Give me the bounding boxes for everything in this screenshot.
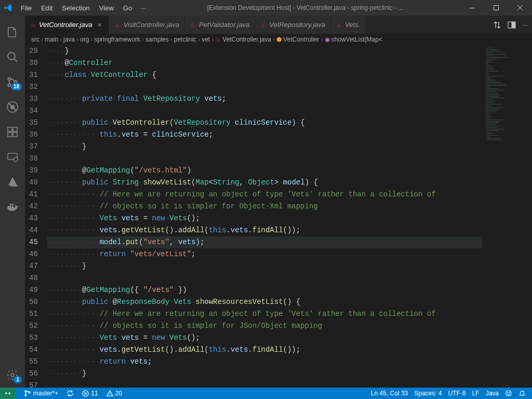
code-line[interactable]: ············// objects so it is simpler … bbox=[47, 320, 482, 332]
code-line[interactable]: ············// Here we are returning an … bbox=[47, 189, 482, 201]
menubar-overflow[interactable]: ··· bbox=[136, 2, 150, 14]
problems-errors[interactable]: 11 bbox=[80, 388, 100, 399]
code-line[interactable]: ············// Here we are returning an … bbox=[47, 308, 482, 320]
tab-close-icon[interactable]: × bbox=[95, 21, 103, 29]
code-line[interactable]: ········} bbox=[47, 260, 482, 272]
code-line[interactable] bbox=[47, 380, 482, 388]
tab-vets-[interactable]: ♨Vets. bbox=[331, 16, 366, 34]
menu-go[interactable]: Go bbox=[119, 2, 136, 14]
code-line[interactable]: ············vets.getVetList().addAll(thi… bbox=[47, 344, 482, 356]
code-line[interactable]: ········private·final·VetRepository·vets… bbox=[47, 93, 482, 105]
code-line[interactable]: ········@GetMapping({·"/vets"·}) bbox=[47, 284, 482, 296]
maximize-button[interactable] bbox=[484, 0, 508, 16]
code-line[interactable]: ····} bbox=[47, 45, 482, 57]
encoding[interactable]: UTF-8 bbox=[446, 388, 468, 399]
chevron-right-icon: › bbox=[41, 36, 43, 43]
code-line[interactable]: ········public·@ResponseBody·Vets·showRe… bbox=[47, 296, 482, 308]
code-line[interactable] bbox=[47, 153, 482, 165]
settings-gear-icon[interactable]: 1 bbox=[0, 363, 25, 388]
breadcrumb-item[interactable]: petclinic bbox=[174, 36, 196, 43]
language-mode[interactable]: Java bbox=[484, 388, 501, 399]
code-line[interactable]: ········} bbox=[47, 368, 482, 380]
code-line[interactable]: ············model.put("vets",·vets); bbox=[47, 236, 482, 248]
code-editor[interactable]: ····}····@Controller····class·VetControl… bbox=[47, 45, 482, 388]
chevron-right-icon: › bbox=[273, 36, 275, 43]
java-file-icon: ♨ bbox=[114, 21, 120, 29]
tab-petvalidator-java[interactable]: ♨PetValidator.java bbox=[185, 16, 255, 34]
vscode-logo-icon bbox=[4, 4, 17, 12]
tabs-actions: ··· bbox=[489, 16, 532, 34]
code-line[interactable]: ············Vets·vets = new·Vets(); bbox=[47, 212, 482, 224]
extensions-icon[interactable] bbox=[0, 119, 25, 144]
code-line[interactable]: ············return·vets; bbox=[47, 356, 482, 368]
breadcrumb-item[interactable]: vet bbox=[202, 36, 210, 43]
svg-rect-0 bbox=[470, 8, 475, 8]
debug-icon[interactable] bbox=[0, 95, 25, 119]
feedback-icon[interactable] bbox=[503, 388, 514, 399]
code-line[interactable]: ············// objects so it is simpler … bbox=[47, 201, 482, 212]
breadcrumb-item[interactable]: org bbox=[80, 36, 89, 43]
svg-rect-1 bbox=[494, 6, 499, 10]
breadcrumbs[interactable]: src›main›java›org›springframework›sample… bbox=[25, 34, 532, 45]
source-control-icon[interactable]: 18 bbox=[0, 70, 25, 95]
eol[interactable]: LF bbox=[470, 388, 482, 399]
svg-rect-21 bbox=[512, 22, 515, 28]
minimize-button[interactable] bbox=[460, 0, 484, 16]
tab-vetcontroller-java[interactable]: ♨VetController.java× bbox=[25, 16, 109, 34]
tab-vetrepository-java[interactable]: ♨VetRepository.java bbox=[255, 16, 331, 34]
code-line[interactable]: ····@Controller bbox=[47, 57, 482, 69]
compare-icon[interactable] bbox=[493, 21, 501, 29]
svg-point-27 bbox=[508, 392, 508, 393]
breadcrumb-item[interactable]: src bbox=[31, 36, 39, 43]
more-actions-icon[interactable]: ··· bbox=[522, 21, 528, 29]
indentation[interactable]: Spaces: 4 bbox=[412, 388, 444, 399]
svg-point-7 bbox=[10, 105, 15, 109]
minimap[interactable]: ▬▬▬▬▬▬▬ ▬▬▬▬▬▬▬▬▬▬▬▬ ▬▬▬▬▬▬▬▬▬▬▬▬▬▬▬▬▬ ▬… bbox=[482, 45, 532, 388]
code-line[interactable] bbox=[47, 272, 482, 284]
breadcrumb-item[interactable]: samples bbox=[145, 36, 169, 43]
code-line[interactable]: ········} bbox=[47, 141, 482, 153]
java-file-icon: ♨ bbox=[30, 21, 36, 29]
remote-indicator[interactable] bbox=[0, 388, 16, 399]
menu-file[interactable]: File bbox=[17, 2, 36, 14]
sync-button[interactable] bbox=[64, 388, 76, 399]
code-line[interactable]: ············Vets·vets = new·Vets(); bbox=[47, 332, 482, 344]
breadcrumb-item[interactable]: main bbox=[45, 36, 58, 43]
search-icon[interactable] bbox=[0, 45, 25, 70]
code-line[interactable]: ····class·VetController·{ bbox=[47, 69, 482, 81]
breadcrumb-item[interactable]: java bbox=[63, 36, 75, 43]
activity-bar: 18 1 bbox=[0, 16, 25, 388]
code-line[interactable] bbox=[47, 81, 482, 93]
close-button[interactable] bbox=[508, 0, 532, 16]
tab-label: VetRepository.java bbox=[269, 21, 325, 29]
explorer-icon[interactable] bbox=[0, 20, 25, 45]
breadcrumb-method[interactable]: ◉ showVetList(Map< bbox=[325, 36, 382, 43]
menu-view[interactable]: View bbox=[95, 2, 118, 14]
docker-icon[interactable] bbox=[0, 194, 25, 219]
tab-visitcontroller-java[interactable]: ♨VisitController.java bbox=[109, 16, 185, 34]
code-line[interactable]: ············return·"vets/vetList"; bbox=[47, 248, 482, 260]
breadcrumb-class[interactable]: ⬢ VetController bbox=[276, 36, 319, 43]
azure-icon[interactable] bbox=[0, 169, 25, 194]
notifications-icon[interactable] bbox=[516, 388, 528, 399]
problems-warnings[interactable]: 20 bbox=[104, 388, 124, 399]
cursor-position[interactable]: Ln 45, Col 33 bbox=[369, 388, 410, 399]
svg-rect-18 bbox=[12, 204, 14, 205]
chevron-right-icon: › bbox=[198, 36, 200, 43]
breadcrumb-file[interactable]: ♨ VetController.java bbox=[215, 36, 271, 43]
git-branch[interactable]: master*+ bbox=[22, 388, 60, 399]
code-line[interactable]: ········public·VetController(VetReposito… bbox=[47, 117, 482, 129]
menu-selection[interactable]: Selection bbox=[58, 2, 94, 14]
svg-rect-9 bbox=[8, 132, 12, 137]
scm-badge: 18 bbox=[11, 83, 22, 90]
svg-rect-16 bbox=[12, 206, 14, 207]
code-line[interactable]: ············vets.getVetList().addAll(thi… bbox=[47, 224, 482, 236]
breadcrumb-item[interactable]: springframework bbox=[94, 36, 140, 43]
code-line[interactable]: ············this.vets = clinicService; bbox=[47, 129, 482, 141]
code-line[interactable]: ········@GetMapping("/vets.html") bbox=[47, 165, 482, 177]
remote-icon[interactable] bbox=[0, 144, 25, 169]
code-line[interactable]: ········public·String·showVetList(Map<St… bbox=[47, 177, 482, 189]
code-line[interactable] bbox=[47, 105, 482, 117]
split-editor-icon[interactable] bbox=[508, 21, 516, 29]
menu-edit[interactable]: Edit bbox=[37, 2, 57, 14]
